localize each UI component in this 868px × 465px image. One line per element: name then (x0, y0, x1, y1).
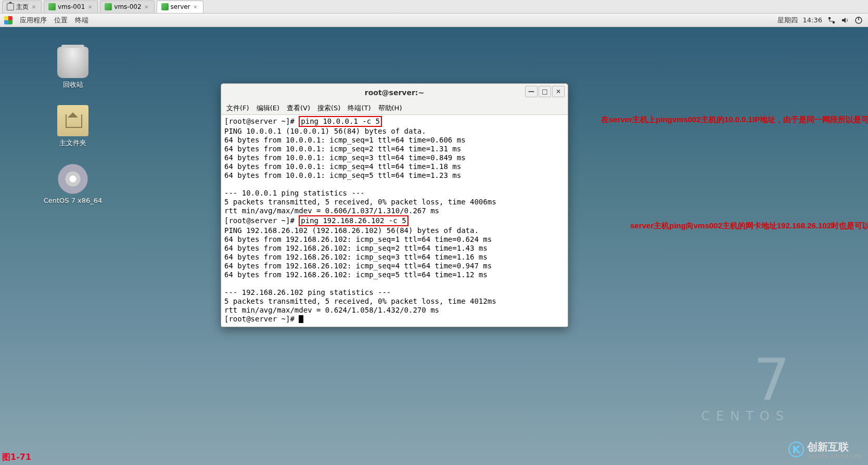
browser-tab-server[interactable]: server✕ (157, 1, 203, 13)
svg-rect-0 (828, 17, 831, 19)
terminal-title: root@server:~ (365, 88, 424, 97)
desktop-icons: 回收站 主文件夹 CentOS 7 x86_64 (42, 47, 104, 204)
browser-tabstrip: 主页✕vms-001✕vms-002✕server✕ (0, 0, 868, 14)
terminal-window[interactable]: root@server:~ — □ ✕ 文件(F) 编辑(E) 查看(V) 搜索… (221, 83, 568, 327)
tab-label: vms-001 (58, 3, 85, 10)
watermark-seven: 7 (701, 352, 790, 409)
annotation-2: server主机ping向vms002主机的网卡地址192.168.26.102… (630, 221, 868, 231)
tab-label: server (171, 3, 190, 10)
watermark-word: CENTOS (701, 409, 790, 423)
terminal-body[interactable]: [root@server ~]# ping 10.0.0.1 -c 5 PING… (221, 115, 568, 327)
terminal-menubar: 文件(F) 编辑(E) 查看(V) 搜索(S) 终端(T) 帮助(H) (221, 101, 568, 115)
panel-terminal[interactable]: 终端 (75, 16, 88, 25)
menu-search[interactable]: 搜索(S) (317, 104, 340, 113)
menu-file[interactable]: 文件(F) (226, 104, 249, 113)
tab-close-icon[interactable]: ✕ (193, 4, 199, 10)
tab-close-icon[interactable]: ✕ (144, 4, 150, 10)
home-label: 主文件夹 (59, 138, 86, 148)
panel-day: 星期四 (777, 16, 798, 25)
panel-time: 14:36 (803, 16, 822, 24)
power-icon[interactable] (854, 16, 863, 24)
network-icon[interactable] (827, 16, 836, 24)
tab-close-icon[interactable]: ✕ (31, 4, 37, 10)
home-icon (7, 3, 14, 10)
menu-view[interactable]: 查看(V) (287, 104, 310, 113)
maximize-button[interactable]: □ (539, 86, 551, 97)
volume-icon[interactable] (841, 16, 849, 24)
disc-label: CentOS 7 x86_64 (44, 197, 103, 204)
brand-name: 创新互联 (807, 441, 849, 453)
browser-tab-主页[interactable]: 主页✕ (2, 1, 42, 13)
activities-icon[interactable] (4, 16, 12, 24)
brand-sub: CHUANG XIN HU LIAN (807, 454, 862, 459)
annotation-1: 在server主机上pingvms002主机的10.0.0.1IP地址，由于是同… (601, 115, 868, 125)
tab-close-icon[interactable]: ✕ (87, 4, 93, 10)
figure-label: 图1-71 (2, 452, 31, 463)
gnome-top-panel: 应用程序 位置 终端 星期四 14:36 (0, 14, 868, 27)
minimize-button[interactable]: — (525, 86, 538, 97)
tab-label: vms-002 (114, 3, 141, 10)
trash-label: 回收站 (63, 80, 83, 89)
centos-watermark: 7 CENTOS (701, 352, 790, 423)
install-disc-icon[interactable]: CentOS 7 x86_64 (42, 163, 104, 204)
panel-places[interactable]: 位置 (54, 16, 68, 25)
browser-tab-vms-001[interactable]: vms-001✕ (44, 1, 98, 13)
browser-tab-vms-002[interactable]: vms-002✕ (100, 1, 154, 13)
menu-help[interactable]: 帮助(H) (378, 104, 402, 113)
vm-icon (161, 3, 169, 10)
close-button[interactable]: ✕ (552, 86, 565, 97)
trash-icon[interactable]: 回收站 (42, 47, 104, 89)
brand-badge: K 创新互联 CHUANG XIN HU LIAN (788, 440, 862, 459)
brand-logo-icon: K (788, 442, 804, 457)
tab-label: 主页 (16, 3, 29, 11)
terminal-titlebar[interactable]: root@server:~ — □ ✕ (221, 84, 568, 101)
menu-terminal[interactable]: 终端(T) (348, 104, 371, 113)
menu-edit[interactable]: 编辑(E) (257, 104, 279, 113)
home-folder-icon[interactable]: 主文件夹 (42, 105, 104, 148)
vm-icon (48, 3, 56, 10)
panel-apps[interactable]: 应用程序 (20, 16, 47, 25)
svg-rect-1 (833, 21, 835, 23)
vm-icon (105, 3, 112, 10)
